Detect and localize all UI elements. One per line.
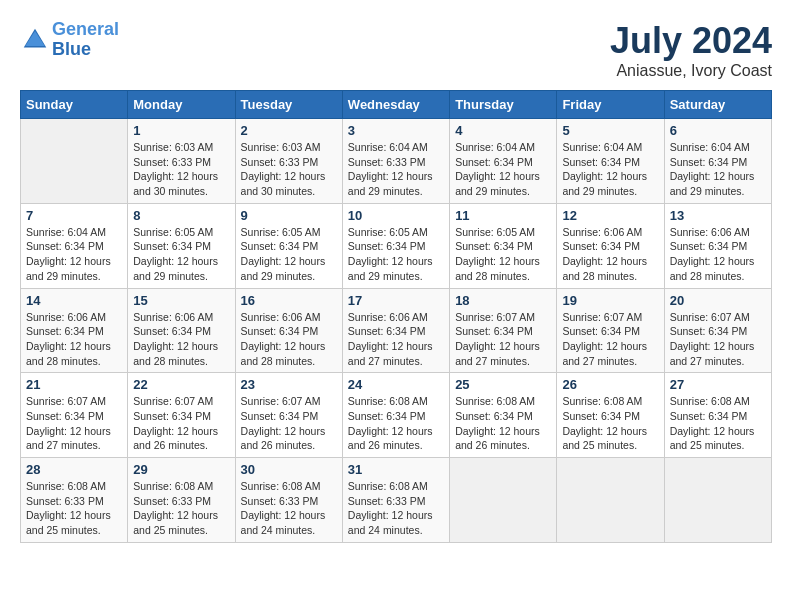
day-number: 14 — [26, 293, 122, 308]
day-info: Sunrise: 6:08 AM Sunset: 6:33 PM Dayligh… — [348, 479, 444, 538]
calendar-cell: 28Sunrise: 6:08 AM Sunset: 6:33 PM Dayli… — [21, 458, 128, 543]
day-info: Sunrise: 6:05 AM Sunset: 6:34 PM Dayligh… — [455, 225, 551, 284]
day-number: 7 — [26, 208, 122, 223]
day-info: Sunrise: 6:08 AM Sunset: 6:33 PM Dayligh… — [133, 479, 229, 538]
day-number: 23 — [241, 377, 337, 392]
calendar-cell: 23Sunrise: 6:07 AM Sunset: 6:34 PM Dayli… — [235, 373, 342, 458]
day-number: 16 — [241, 293, 337, 308]
logo: General Blue — [20, 20, 119, 60]
calendar-week-5: 28Sunrise: 6:08 AM Sunset: 6:33 PM Dayli… — [21, 458, 772, 543]
day-number: 19 — [562, 293, 658, 308]
logo-text: General Blue — [52, 20, 119, 60]
day-info: Sunrise: 6:07 AM Sunset: 6:34 PM Dayligh… — [455, 310, 551, 369]
calendar-cell: 20Sunrise: 6:07 AM Sunset: 6:34 PM Dayli… — [664, 288, 771, 373]
calendar-body: 1Sunrise: 6:03 AM Sunset: 6:33 PM Daylig… — [21, 119, 772, 543]
day-number: 31 — [348, 462, 444, 477]
calendar-cell: 27Sunrise: 6:08 AM Sunset: 6:34 PM Dayli… — [664, 373, 771, 458]
weekday-header-wednesday: Wednesday — [342, 91, 449, 119]
calendar-week-1: 1Sunrise: 6:03 AM Sunset: 6:33 PM Daylig… — [21, 119, 772, 204]
day-info: Sunrise: 6:07 AM Sunset: 6:34 PM Dayligh… — [562, 310, 658, 369]
calendar-cell: 14Sunrise: 6:06 AM Sunset: 6:34 PM Dayli… — [21, 288, 128, 373]
day-number: 22 — [133, 377, 229, 392]
page-header: General Blue July 2024 Aniassue, Ivory C… — [20, 20, 772, 80]
calendar-header: SundayMondayTuesdayWednesdayThursdayFrid… — [21, 91, 772, 119]
svg-marker-1 — [25, 31, 45, 46]
day-info: Sunrise: 6:08 AM Sunset: 6:34 PM Dayligh… — [562, 394, 658, 453]
calendar-week-2: 7Sunrise: 6:04 AM Sunset: 6:34 PM Daylig… — [21, 203, 772, 288]
day-number: 26 — [562, 377, 658, 392]
day-info: Sunrise: 6:04 AM Sunset: 6:34 PM Dayligh… — [670, 140, 766, 199]
day-number: 3 — [348, 123, 444, 138]
calendar-cell: 15Sunrise: 6:06 AM Sunset: 6:34 PM Dayli… — [128, 288, 235, 373]
weekday-header-saturday: Saturday — [664, 91, 771, 119]
day-info: Sunrise: 6:08 AM Sunset: 6:34 PM Dayligh… — [455, 394, 551, 453]
day-info: Sunrise: 6:06 AM Sunset: 6:34 PM Dayligh… — [241, 310, 337, 369]
calendar-cell: 16Sunrise: 6:06 AM Sunset: 6:34 PM Dayli… — [235, 288, 342, 373]
calendar-table: SundayMondayTuesdayWednesdayThursdayFrid… — [20, 90, 772, 543]
calendar-cell: 31Sunrise: 6:08 AM Sunset: 6:33 PM Dayli… — [342, 458, 449, 543]
day-info: Sunrise: 6:07 AM Sunset: 6:34 PM Dayligh… — [133, 394, 229, 453]
calendar-cell — [21, 119, 128, 204]
day-info: Sunrise: 6:06 AM Sunset: 6:34 PM Dayligh… — [133, 310, 229, 369]
calendar-cell: 25Sunrise: 6:08 AM Sunset: 6:34 PM Dayli… — [450, 373, 557, 458]
day-number: 11 — [455, 208, 551, 223]
calendar-week-4: 21Sunrise: 6:07 AM Sunset: 6:34 PM Dayli… — [21, 373, 772, 458]
calendar-cell — [450, 458, 557, 543]
day-info: Sunrise: 6:06 AM Sunset: 6:34 PM Dayligh… — [26, 310, 122, 369]
day-info: Sunrise: 6:05 AM Sunset: 6:34 PM Dayligh… — [241, 225, 337, 284]
calendar-cell: 13Sunrise: 6:06 AM Sunset: 6:34 PM Dayli… — [664, 203, 771, 288]
day-info: Sunrise: 6:07 AM Sunset: 6:34 PM Dayligh… — [670, 310, 766, 369]
calendar-cell: 19Sunrise: 6:07 AM Sunset: 6:34 PM Dayli… — [557, 288, 664, 373]
day-info: Sunrise: 6:03 AM Sunset: 6:33 PM Dayligh… — [133, 140, 229, 199]
day-info: Sunrise: 6:04 AM Sunset: 6:34 PM Dayligh… — [26, 225, 122, 284]
calendar-cell: 10Sunrise: 6:05 AM Sunset: 6:34 PM Dayli… — [342, 203, 449, 288]
day-info: Sunrise: 6:07 AM Sunset: 6:34 PM Dayligh… — [26, 394, 122, 453]
weekday-row: SundayMondayTuesdayWednesdayThursdayFrid… — [21, 91, 772, 119]
day-info: Sunrise: 6:03 AM Sunset: 6:33 PM Dayligh… — [241, 140, 337, 199]
day-number: 1 — [133, 123, 229, 138]
day-number: 2 — [241, 123, 337, 138]
calendar-cell — [557, 458, 664, 543]
day-number: 30 — [241, 462, 337, 477]
day-number: 18 — [455, 293, 551, 308]
day-info: Sunrise: 6:05 AM Sunset: 6:34 PM Dayligh… — [133, 225, 229, 284]
day-number: 29 — [133, 462, 229, 477]
day-info: Sunrise: 6:05 AM Sunset: 6:34 PM Dayligh… — [348, 225, 444, 284]
calendar-week-3: 14Sunrise: 6:06 AM Sunset: 6:34 PM Dayli… — [21, 288, 772, 373]
day-info: Sunrise: 6:06 AM Sunset: 6:34 PM Dayligh… — [348, 310, 444, 369]
calendar-cell: 18Sunrise: 6:07 AM Sunset: 6:34 PM Dayli… — [450, 288, 557, 373]
day-number: 28 — [26, 462, 122, 477]
day-number: 12 — [562, 208, 658, 223]
day-number: 9 — [241, 208, 337, 223]
day-number: 21 — [26, 377, 122, 392]
calendar-cell — [664, 458, 771, 543]
day-number: 25 — [455, 377, 551, 392]
calendar-cell: 1Sunrise: 6:03 AM Sunset: 6:33 PM Daylig… — [128, 119, 235, 204]
day-info: Sunrise: 6:04 AM Sunset: 6:34 PM Dayligh… — [455, 140, 551, 199]
calendar-cell: 24Sunrise: 6:08 AM Sunset: 6:34 PM Dayli… — [342, 373, 449, 458]
weekday-header-monday: Monday — [128, 91, 235, 119]
day-number: 4 — [455, 123, 551, 138]
calendar-cell: 3Sunrise: 6:04 AM Sunset: 6:33 PM Daylig… — [342, 119, 449, 204]
logo-icon — [20, 25, 50, 55]
day-number: 20 — [670, 293, 766, 308]
weekday-header-friday: Friday — [557, 91, 664, 119]
day-info: Sunrise: 6:04 AM Sunset: 6:34 PM Dayligh… — [562, 140, 658, 199]
calendar-cell: 22Sunrise: 6:07 AM Sunset: 6:34 PM Dayli… — [128, 373, 235, 458]
day-number: 8 — [133, 208, 229, 223]
calendar-cell: 12Sunrise: 6:06 AM Sunset: 6:34 PM Dayli… — [557, 203, 664, 288]
day-number: 24 — [348, 377, 444, 392]
calendar-cell: 30Sunrise: 6:08 AM Sunset: 6:33 PM Dayli… — [235, 458, 342, 543]
calendar-cell: 21Sunrise: 6:07 AM Sunset: 6:34 PM Dayli… — [21, 373, 128, 458]
calendar-cell: 29Sunrise: 6:08 AM Sunset: 6:33 PM Dayli… — [128, 458, 235, 543]
day-number: 17 — [348, 293, 444, 308]
day-number: 27 — [670, 377, 766, 392]
weekday-header-tuesday: Tuesday — [235, 91, 342, 119]
day-number: 13 — [670, 208, 766, 223]
day-info: Sunrise: 6:08 AM Sunset: 6:34 PM Dayligh… — [670, 394, 766, 453]
day-info: Sunrise: 6:08 AM Sunset: 6:34 PM Dayligh… — [348, 394, 444, 453]
day-number: 10 — [348, 208, 444, 223]
calendar-cell: 7Sunrise: 6:04 AM Sunset: 6:34 PM Daylig… — [21, 203, 128, 288]
weekday-header-thursday: Thursday — [450, 91, 557, 119]
title-block: July 2024 Aniassue, Ivory Coast — [610, 20, 772, 80]
